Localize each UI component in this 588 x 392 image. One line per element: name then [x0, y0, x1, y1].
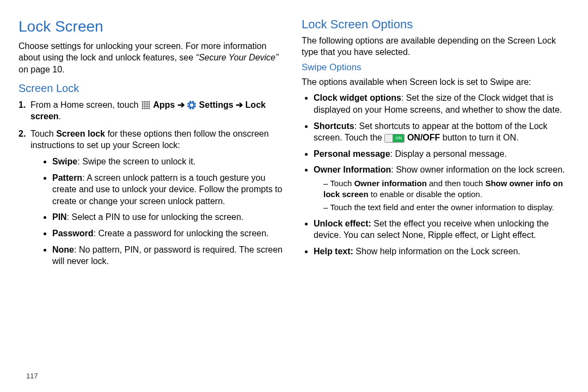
opt-owner-text: : Show owner information on the lock scr…: [391, 165, 565, 174]
owner-sub1-b1: Owner information: [354, 179, 426, 188]
opt-pin: PIN: [52, 212, 67, 222]
list-item: Pattern: A screen unlock pattern is a to…: [52, 172, 286, 207]
heading-lock-screen-options: Lock Screen Options: [302, 16, 569, 33]
svg-point-7: [148, 103, 150, 105]
opt-owner: Owner Information: [314, 165, 391, 174]
settings-gear-icon: [187, 100, 197, 110]
owner-sub1-post: to enable or disable the option.: [369, 189, 482, 199]
step-1: 1. From a Home screen, touch Apps ➔: [30, 99, 286, 122]
svg-point-4: [142, 103, 143, 105]
swipe-options-list: Clock widget options: Set the size of th…: [302, 92, 569, 257]
heading-lock-screen: Lock Screen: [19, 16, 286, 37]
svg-point-0: [142, 101, 143, 103]
list-item: Touch Owner information and then touch S…: [323, 178, 569, 200]
svg-point-8: [142, 106, 143, 107]
opt-none-text: : No pattern, PIN, or password is requir…: [52, 245, 283, 266]
svg-point-3: [148, 101, 150, 103]
owner-sub1-pre: Touch: [330, 179, 354, 188]
opt-password-text: : Create a password for unlocking the sc…: [94, 229, 269, 238]
step2-pre: Touch: [30, 129, 56, 138]
list-item: Unlock effect: Set the effect you receiv…: [314, 218, 569, 241]
list-item: Personal message: Display a personal mes…: [314, 148, 569, 160]
opt-shortcuts: Shortcuts: [314, 121, 354, 131]
step1-pre: From a Home screen, touch: [30, 100, 141, 109]
opt-pattern: Pattern: [52, 173, 82, 182]
opt-password: Password: [52, 229, 94, 238]
svg-point-10: [146, 106, 148, 107]
list-item: PIN: Select a PIN to use for unlocking t…: [52, 211, 286, 223]
svg-point-15: [148, 108, 150, 109]
list-item: Clock widget options: Set the size of th…: [314, 92, 569, 115]
options-intro: The following options are available depe…: [302, 35, 569, 58]
owner-sub1-mid: and then touch: [427, 179, 486, 188]
svg-point-12: [142, 108, 143, 109]
list-item: Shortcuts: Set shortcuts to appear at th…: [314, 120, 569, 144]
list-item: Password: Create a password for unlockin…: [52, 228, 286, 240]
settings-label: Settings: [199, 100, 234, 109]
svg-point-14: [146, 108, 148, 109]
opt-pattern-text: : A screen unlock pattern is a touch ges…: [52, 173, 282, 206]
onoff-on-label: ON: [393, 134, 404, 142]
onoff-bold: ON/OFF: [407, 133, 440, 142]
heading-screen-lock: Screen Lock: [19, 81, 286, 96]
svg-point-1: [144, 101, 145, 103]
manual-page: Lock Screen Choose settings for unlockin…: [0, 0, 588, 392]
screen-lock-bold: Screen lock: [56, 129, 105, 138]
opt-clock: Clock widget options: [314, 93, 401, 102]
step1-end: .: [59, 112, 61, 121]
owner-sublist: Touch Owner information and then touch S…: [314, 178, 569, 213]
right-column: Lock Screen Options The following option…: [294, 16, 577, 387]
opt-pin-text: : Select a PIN to use for unlocking the …: [67, 212, 244, 222]
list-item: Touch the text field and enter the owner…: [323, 202, 569, 213]
step-number: 1.: [19, 99, 26, 111]
steps-list: 1. From a Home screen, touch Apps ➔: [19, 99, 286, 267]
opt-swipe-text: : Swipe the screen to unlock it.: [77, 157, 195, 166]
opt-unlock: Unlock effect:: [314, 219, 371, 228]
opt-swipe: Swipe: [52, 157, 77, 166]
step-2: 2. Touch Screen lock for these options t…: [30, 128, 286, 267]
svg-point-5: [144, 103, 145, 105]
list-item: Swipe: Swipe the screen to unlock it.: [52, 156, 286, 168]
opt-none: None: [52, 245, 74, 254]
step-number: 2.: [19, 128, 26, 140]
intro-post: on page 10.: [19, 65, 65, 74]
list-item: None: No pattern, PIN, or password is re…: [52, 244, 286, 267]
apps-grid-icon: [141, 100, 151, 110]
opt-personal: Personal message: [314, 149, 390, 158]
svg-point-6: [146, 103, 148, 105]
swipe-lead: The options available when Screen lock i…: [302, 76, 569, 88]
svg-point-11: [148, 106, 150, 107]
svg-point-17: [190, 103, 193, 107]
list-item: Owner Information: Show owner informatio…: [314, 164, 569, 213]
arrow-icon: ➔: [177, 100, 187, 109]
opt-help: Help text:: [314, 247, 353, 256]
opt-help-text: Show help information on the Lock screen…: [353, 247, 520, 256]
left-column: Lock Screen Choose settings for unlockin…: [11, 16, 294, 387]
svg-point-9: [144, 106, 145, 107]
page-number: 117: [26, 371, 38, 381]
opt-shortcuts-t2: button to turn it ON.: [440, 133, 518, 142]
intro-paragraph: Choose settings for unlocking your scree…: [19, 40, 286, 76]
list-item: Help text: Show help information on the …: [314, 246, 569, 258]
intro-ref: “Secure Your Device”: [196, 53, 279, 62]
apps-label: Apps: [153, 100, 175, 109]
svg-point-13: [144, 108, 145, 109]
lock-options-list: Swipe: Swipe the screen to unlock it. Pa…: [30, 156, 286, 267]
arrow-icon: ➔: [236, 100, 245, 109]
onoff-toggle-icon: ON: [384, 134, 405, 143]
heading-swipe-options: Swipe Options: [302, 62, 569, 74]
svg-point-2: [146, 101, 148, 103]
opt-personal-text: : Display a personal message.: [390, 149, 507, 158]
